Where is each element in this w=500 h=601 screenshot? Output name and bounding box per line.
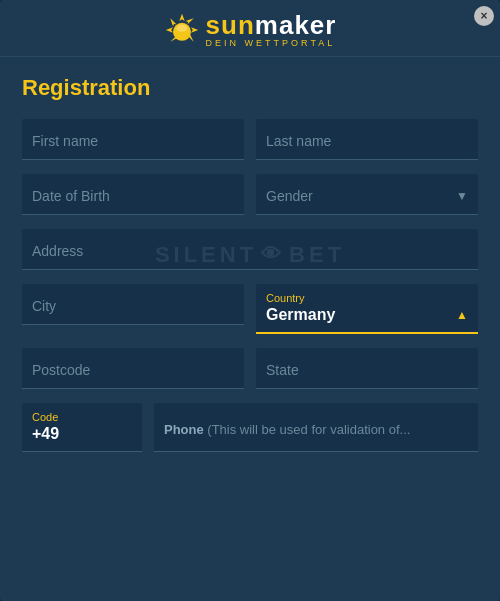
state-input[interactable] [256,348,478,389]
dob-gender-row: Gender ▼ [22,174,478,215]
svg-marker-5 [170,18,176,26]
chevron-down-icon: ▼ [456,189,468,203]
last-name-group [256,119,478,160]
first-name-group [22,119,244,160]
logo-text: sunmaker DEIN WETTPORTAL [206,12,337,48]
state-group [256,348,478,389]
country-group: Country Germany ▲ [256,284,478,334]
country-label: Country [266,292,468,304]
name-row [22,119,478,160]
phone-label-bold: Phone [164,422,204,437]
svg-marker-1 [179,14,184,21]
chevron-up-icon: ▲ [456,308,468,322]
city-country-row: Country Germany ▲ [22,284,478,334]
phone-row: Code +49 Phone (This will be used for va… [22,403,478,452]
city-input[interactable] [22,284,244,325]
phone-code-label: Code [32,411,132,423]
dob-group [22,174,244,215]
form-content: Registration Gender ▼ [0,57,500,452]
dob-input[interactable] [22,174,244,215]
postcode-group [22,348,244,389]
address-row [22,229,478,270]
registration-modal: × sunmaker DEIN WETTPORTAL [0,0,500,601]
first-name-input[interactable] [22,119,244,160]
phone-input-group[interactable]: Phone (This will be used for validation … [154,403,478,452]
last-name-input[interactable] [256,119,478,160]
gender-group: Gender ▼ [256,174,478,215]
gender-select[interactable]: Gender ▼ [256,174,478,215]
modal-header: sunmaker DEIN WETTPORTAL [0,0,500,57]
logo-maker-text: maker [255,10,337,40]
close-button[interactable]: × [474,6,494,26]
country-value-row: Germany ▲ [266,306,468,324]
city-group [22,284,244,334]
postcode-state-row [22,348,478,389]
address-input[interactable] [22,229,478,270]
postcode-input[interactable] [22,348,244,389]
sun-logo-icon [164,12,200,48]
svg-marker-2 [191,27,198,32]
gender-placeholder: Gender [266,188,456,204]
country-select[interactable]: Country Germany ▲ [256,284,478,334]
logo-name: sunmaker [206,12,337,38]
logo-tagline: DEIN WETTPORTAL [206,38,336,48]
svg-marker-3 [165,27,172,32]
phone-code-value: +49 [32,425,132,443]
logo: sunmaker DEIN WETTPORTAL [164,12,337,48]
svg-point-9 [176,25,187,32]
address-group [22,229,478,270]
phone-placeholder: Phone (This will be used for validation … [164,422,410,437]
phone-code-group: Code +49 [22,403,142,452]
page-title: Registration [22,75,478,101]
country-value: Germany [266,306,456,324]
logo-sun-text: sun [206,10,255,40]
phone-label-text: (This will be used for validation of... [204,422,411,437]
svg-marker-4 [185,18,193,24]
